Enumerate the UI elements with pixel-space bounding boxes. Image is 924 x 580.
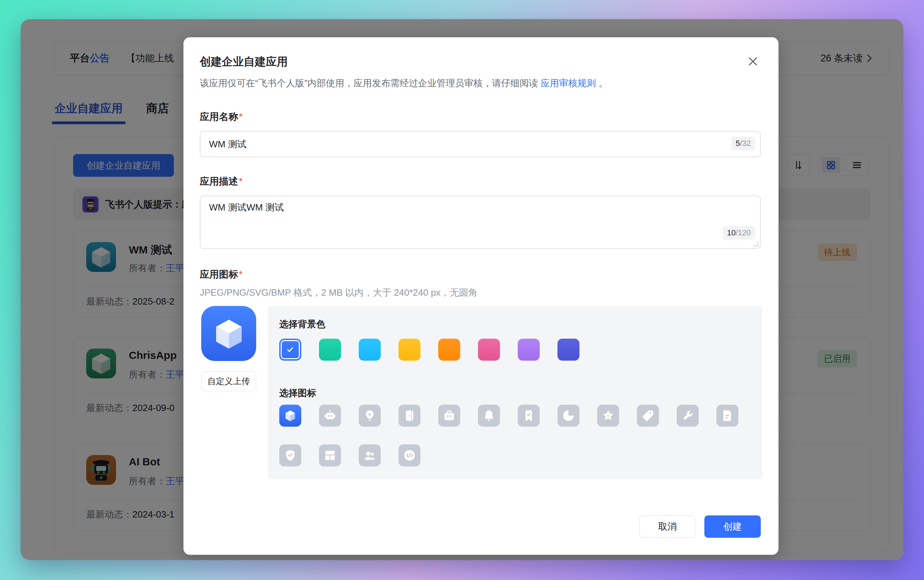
dialog-title: 创建企业自建应用: [200, 54, 288, 69]
icon-option-bookmark[interactable]: [518, 405, 540, 427]
color-swatch-indigo[interactable]: [557, 339, 579, 361]
icon-option-wrench[interactable]: [677, 405, 699, 427]
icon-option-document[interactable]: [717, 405, 738, 427]
resize-handle[interactable]: [753, 241, 758, 246]
review-rules-link[interactable]: 应用审核规则: [541, 78, 596, 88]
code-icon: [403, 448, 417, 463]
shield-check-icon: [283, 448, 298, 463]
door-icon: [403, 409, 417, 423]
color-swatch-pink[interactable]: [478, 339, 500, 361]
icon-grid-row-2: [279, 445, 421, 466]
document-icon: [720, 409, 735, 423]
desc-field-label: 应用描述*: [200, 175, 243, 188]
name-field-label: 应用名称*: [200, 110, 243, 123]
name-input-wrap: 5/32: [200, 131, 761, 157]
bg-color-section-title: 选择背景色: [279, 318, 326, 330]
color-swatch-orange[interactable]: [438, 339, 460, 361]
star-icon: [601, 409, 615, 423]
tag-icon: [641, 409, 655, 423]
bookmark-check-icon: [521, 409, 536, 423]
name-char-counter: 5/32: [731, 137, 755, 150]
icon-picker-panel: 选择背景色 选择图标: [268, 306, 762, 479]
color-swatch-teal[interactable]: [319, 339, 341, 361]
main-window: 平台公告 【功能上线 26 条未读 企业自建应用 商店 创建企业自建应用: [21, 19, 903, 560]
cube-icon: [210, 315, 248, 353]
briefcase-icon: [442, 409, 456, 423]
wrench-icon: [681, 409, 695, 423]
icon-option-code[interactable]: [398, 445, 421, 466]
dialog-subtitle: 该应用仅可在“飞书个人版”内部使用，应用发布需经过企业管理员审核，请仔细阅读 应…: [200, 77, 608, 89]
app-desc-textarea[interactable]: [209, 201, 751, 226]
lightbulb-icon: [363, 409, 377, 423]
icon-grid-row-1: [279, 405, 738, 427]
check-icon: [285, 344, 296, 355]
icon-option-users[interactable]: [359, 445, 381, 466]
pie-chart-icon: [561, 409, 575, 423]
bg-color-swatches: [279, 339, 579, 361]
icon-option-door[interactable]: [398, 405, 421, 427]
icon-option-tag[interactable]: [637, 405, 659, 427]
layout-icon: [323, 448, 337, 463]
app-name-input[interactable]: [209, 132, 670, 157]
icon-option-bell[interactable]: [478, 405, 500, 427]
close-button[interactable]: [745, 54, 761, 69]
create-button[interactable]: 创建: [704, 516, 761, 538]
close-icon: [747, 55, 759, 68]
color-swatch-purple[interactable]: [518, 339, 540, 361]
icon-option-lightbulb[interactable]: [359, 405, 381, 427]
required-asterisk: *: [239, 269, 243, 280]
bell-icon: [482, 409, 496, 423]
cube-icon: [283, 409, 298, 423]
icon-format-hint: JPEG/PNG/SVG/BMP 格式，2 MB 以内，大于 240*240 p…: [200, 287, 478, 299]
icon-option-pie[interactable]: [557, 405, 579, 427]
desc-input-wrap: 10/120: [200, 196, 761, 249]
icon-option-layout[interactable]: [319, 445, 341, 466]
icon-section-title: 选择图标: [279, 387, 316, 399]
color-swatch-sky[interactable]: [359, 339, 381, 361]
custom-upload-button[interactable]: 自定义上传: [201, 371, 256, 391]
icon-option-shield[interactable]: [279, 445, 301, 466]
create-app-dialog: 创建企业自建应用 该应用仅可在“飞书个人版”内部使用，应用发布需经过企业管理员审…: [183, 37, 779, 555]
color-swatch-amber[interactable]: [398, 339, 421, 361]
cancel-button[interactable]: 取消: [640, 516, 695, 538]
icon-option-cube[interactable]: [279, 405, 301, 427]
users-icon: [363, 448, 377, 463]
color-swatch-blue[interactable]: [279, 339, 301, 361]
required-asterisk: *: [239, 176, 243, 187]
icon-option-briefcase[interactable]: [438, 405, 460, 427]
icon-option-robot[interactable]: [319, 405, 341, 427]
icon-option-star[interactable]: [597, 405, 619, 427]
robot-icon: [323, 409, 337, 423]
desc-char-counter: 10/120: [723, 226, 755, 240]
app-icon-preview: [201, 306, 256, 361]
icon-field-label: 应用图标*: [200, 268, 243, 281]
required-asterisk: *: [239, 112, 243, 122]
